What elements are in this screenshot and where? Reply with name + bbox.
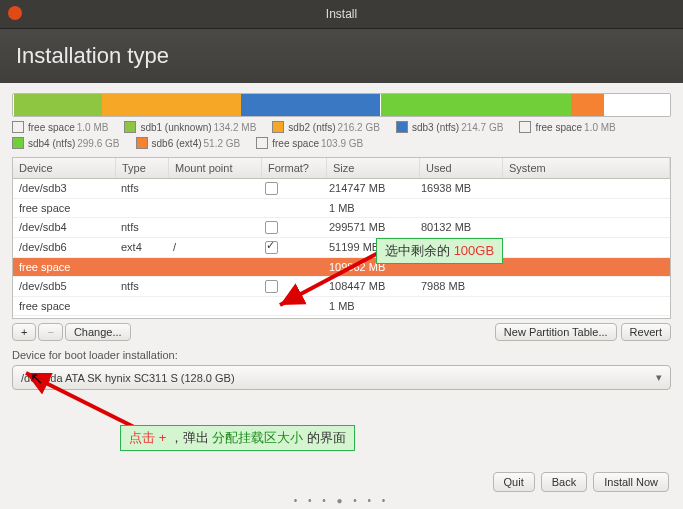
col-mountpoint: Mount point bbox=[169, 158, 262, 178]
usage-segment bbox=[102, 94, 241, 116]
change-partition-button[interactable]: Change... bbox=[65, 323, 131, 341]
col-type: Type bbox=[116, 158, 169, 178]
cell-type: ext4 bbox=[115, 238, 167, 257]
revert-button[interactable]: Revert bbox=[621, 323, 671, 341]
legend-item: sdb3 (ntfs)214.7 GB bbox=[396, 121, 504, 133]
cell-type bbox=[115, 258, 167, 276]
table-header: Device Type Mount point Format? Size Use… bbox=[13, 158, 670, 179]
legend-label: sdb4 (ntfs) bbox=[28, 138, 75, 149]
cell-type bbox=[115, 297, 167, 315]
cell-system bbox=[497, 199, 670, 217]
installer-window: Installation type free space1.0 MBsdb1 (… bbox=[0, 29, 683, 509]
cell-used: 7988 MB bbox=[415, 277, 497, 296]
table-row[interactable]: free space109862 MB bbox=[13, 258, 670, 277]
table-row[interactable]: free space1 MB bbox=[13, 297, 670, 316]
legend-swatch bbox=[124, 121, 136, 133]
legend-label: free space bbox=[28, 122, 75, 133]
legend-size: 103.9 GB bbox=[321, 138, 363, 149]
cell-format bbox=[259, 277, 323, 296]
chevron-down-icon: ▾ bbox=[656, 371, 662, 384]
partition-legend: free space1.0 MBsdb1 (unknown)134.2 MBsd… bbox=[12, 121, 671, 149]
cell-device: /dev/sdb5 bbox=[13, 277, 115, 296]
legend-swatch bbox=[396, 121, 408, 133]
format-checkbox[interactable] bbox=[265, 241, 278, 254]
legend-item: sdb1 (unknown)134.2 MB bbox=[124, 121, 256, 133]
cell-device: /dev/sdb4 bbox=[13, 218, 115, 237]
legend-swatch bbox=[256, 137, 268, 149]
cell-type: ntfs bbox=[115, 179, 167, 198]
usage-segment bbox=[14, 94, 102, 116]
cell-system bbox=[497, 179, 670, 198]
col-device: Device bbox=[13, 158, 116, 178]
cell-size: 108447 MB bbox=[323, 277, 415, 296]
legend-swatch bbox=[12, 137, 24, 149]
usage-segment bbox=[604, 94, 670, 116]
cell-mount bbox=[167, 179, 259, 198]
cell-format bbox=[259, 258, 323, 276]
legend-swatch bbox=[272, 121, 284, 133]
legend-size: 51.2 GB bbox=[204, 138, 241, 149]
cursor-icon: ↖ bbox=[30, 369, 43, 388]
partition-toolbar: + − Change... New Partition Table... Rev… bbox=[12, 323, 671, 341]
legend-item: free space103.9 GB bbox=[256, 137, 363, 149]
table-row[interactable]: /dev/sdb4ntfs299571 MB80132 MB bbox=[13, 218, 670, 238]
legend-size: 134.2 MB bbox=[214, 122, 257, 133]
cell-type bbox=[115, 199, 167, 217]
legend-item: sdb6 (ext4)51.2 GB bbox=[136, 137, 241, 149]
back-button[interactable]: Back bbox=[541, 472, 587, 492]
table-row[interactable]: /dev/sdb6ext4/51199 MBunknown bbox=[13, 238, 670, 258]
col-used: Used bbox=[420, 158, 503, 178]
cell-system bbox=[497, 238, 670, 257]
format-checkbox[interactable] bbox=[265, 182, 278, 195]
col-system: System bbox=[503, 158, 670, 178]
quit-button[interactable]: Quit bbox=[493, 472, 535, 492]
cell-device: /dev/sdb3 bbox=[13, 179, 115, 198]
remove-partition-button[interactable]: − bbox=[38, 323, 62, 341]
cell-system bbox=[497, 277, 670, 296]
cell-type: ntfs bbox=[115, 277, 167, 296]
close-icon[interactable] bbox=[8, 6, 22, 20]
table-row[interactable]: free space1 MB bbox=[13, 199, 670, 218]
cell-device: free space bbox=[13, 199, 115, 217]
cell-size: 1 MB bbox=[323, 297, 415, 315]
new-partition-table-button[interactable]: New Partition Table... bbox=[495, 323, 617, 341]
legend-item: free space1.0 MB bbox=[519, 121, 615, 133]
usage-segment bbox=[571, 94, 604, 116]
format-checkbox[interactable] bbox=[265, 221, 278, 234]
cell-format bbox=[259, 199, 323, 217]
cell-mount bbox=[167, 258, 259, 276]
boot-loader-combo[interactable]: /dev/sda ATA SK hynix SC311 S (128.0 GB)… bbox=[12, 365, 671, 390]
add-partition-button[interactable]: + bbox=[12, 323, 36, 341]
cell-device: free space bbox=[13, 258, 115, 276]
legend-size: 1.0 MB bbox=[584, 122, 616, 133]
window-title: Install bbox=[326, 7, 357, 21]
cell-system bbox=[497, 258, 670, 276]
legend-item: sdb4 (ntfs)299.6 GB bbox=[12, 137, 120, 149]
cell-format bbox=[259, 179, 323, 198]
usage-segment bbox=[381, 94, 571, 116]
progress-dots: • • • ● • • • bbox=[0, 495, 683, 506]
cell-system bbox=[497, 297, 670, 315]
cell-mount bbox=[167, 218, 259, 237]
cell-size: 1 MB bbox=[323, 199, 415, 217]
partition-table[interactable]: Device Type Mount point Format? Size Use… bbox=[12, 157, 671, 319]
legend-label: free space bbox=[535, 122, 582, 133]
legend-size: 216.2 GB bbox=[338, 122, 380, 133]
format-checkbox[interactable] bbox=[265, 280, 278, 293]
col-format: Format? bbox=[262, 158, 327, 178]
legend-swatch bbox=[12, 121, 24, 133]
legend-label: free space bbox=[272, 138, 319, 149]
table-row[interactable]: /dev/sdb5ntfs108447 MB7988 MB bbox=[13, 277, 670, 297]
cell-type: ntfs bbox=[115, 218, 167, 237]
legend-size: 299.6 GB bbox=[77, 138, 119, 149]
window-titlebar: Install bbox=[0, 0, 683, 29]
table-row[interactable]: /dev/sdb3ntfs214747 MB16938 MB bbox=[13, 179, 670, 199]
cell-format bbox=[259, 218, 323, 237]
cell-system bbox=[497, 218, 670, 237]
cell-used bbox=[415, 297, 497, 315]
footer-buttons: Quit Back Install Now bbox=[493, 472, 669, 492]
cell-used: 80132 MB bbox=[415, 218, 497, 237]
legend-item: free space1.0 MB bbox=[12, 121, 108, 133]
install-now-button[interactable]: Install Now bbox=[593, 472, 669, 492]
boot-loader-label: Device for boot loader installation: bbox=[12, 349, 671, 361]
